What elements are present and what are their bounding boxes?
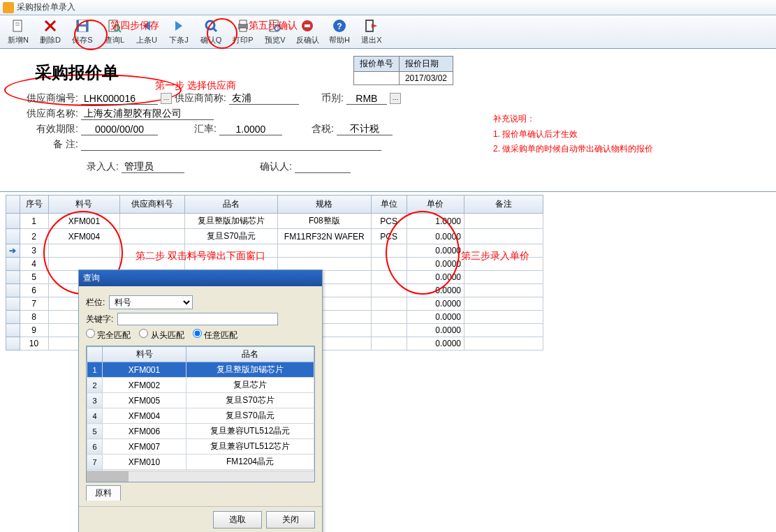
toolbar-help-button[interactable]: ?帮助H	[324, 17, 355, 47]
currency-label: 币别:	[302, 92, 344, 105]
svg-text:?: ?	[337, 22, 342, 31]
popup-field-label: 栏位:	[86, 297, 105, 309]
delete-icon	[43, 18, 58, 34]
rate-label: 汇率:	[161, 123, 217, 135]
table-row[interactable]: ➔30.0000	[6, 244, 543, 258]
form-area: 采购报价单 供应商编号: … 供应商简称: 币别: … 供应商名称: 有效期限:…	[0, 49, 776, 183]
grid-header[interactable]: 备注	[464, 195, 543, 214]
grid-header[interactable]: 单价	[407, 195, 464, 214]
popup-list-header[interactable]: 料号	[103, 347, 186, 362]
supplier-short-input[interactable]	[229, 93, 299, 105]
toolbar: 新增N删除D保存S查询L上条U下条J确认Q打印P预览V反确认?帮助H退出X	[0, 15, 776, 49]
new-icon	[10, 18, 26, 34]
toolbar-preview-button[interactable]: 预览V	[260, 17, 291, 47]
confirm-icon	[203, 18, 219, 34]
popup-match-any[interactable]: 任意匹配	[193, 329, 237, 341]
confirmed-by-input	[295, 161, 351, 173]
grid-header[interactable]: 料号	[48, 195, 120, 214]
window-titlebar: 采购报价单录入	[0, 0, 776, 15]
remark-label: 备 注:	[17, 138, 78, 151]
entered-by-label: 录入人:	[84, 161, 119, 173]
svg-marker-12	[175, 21, 182, 31]
svg-rect-7	[79, 27, 86, 31]
popup-field-select[interactable]: 料号	[109, 295, 193, 309]
supplier-name-label: 供应商名称:	[17, 108, 78, 120]
valid-label: 有效期限:	[17, 123, 78, 135]
popup-result-list[interactable]: 料号品名1XFM001复旦整版加锡芯片2XFM002复旦芯片3XFM005复旦S…	[86, 346, 315, 482]
grid-header[interactable]: 单位	[371, 195, 407, 214]
popup-list-header[interactable]: 品名	[186, 347, 314, 362]
popup-list-row[interactable]: 3XFM005复旦S70芯片	[87, 393, 314, 408]
popup-hscroll[interactable]	[87, 471, 314, 482]
rate-input[interactable]	[219, 124, 282, 135]
toolbar-new-button[interactable]: 新增N	[3, 17, 34, 47]
popup-select-button[interactable]: 选取	[213, 511, 262, 529]
help-icon: ?	[332, 18, 347, 34]
toolbar-confirm-button[interactable]: 确认Q	[196, 17, 226, 47]
grid-header[interactable]: 序号	[20, 195, 48, 214]
table-row[interactable]: 40.0000	[6, 258, 543, 271]
form-title: 采购报价单	[35, 61, 762, 84]
unconfirm-icon	[300, 18, 315, 34]
supplier-name-input[interactable]	[81, 108, 214, 120]
toolbar-print-button[interactable]: 打印P	[228, 17, 258, 47]
popup-list-row[interactable]: 4XFM004复旦S70晶元	[87, 408, 314, 424]
svg-line-10	[119, 30, 121, 32]
preview-icon	[268, 18, 283, 34]
svg-marker-25	[372, 24, 377, 28]
search-icon	[107, 18, 122, 34]
popup-list-row[interactable]: 6XFM007复旦兼容UTL512芯片	[87, 439, 314, 455]
lookup-popup: 查询 栏位: 料号 关键字: 完全匹配 从头匹配 任意匹配 料号品名1XFM00…	[78, 269, 323, 532]
valid-input[interactable]	[81, 124, 158, 135]
table-row[interactable]: 2XFM004复旦S70晶元FM11RF32N WAFERPCS0.0000	[6, 229, 543, 244]
toolbar-search-button[interactable]: 查询L	[99, 17, 130, 47]
popup-list-row[interactable]: 7XFM010FM1204晶元	[87, 455, 314, 470]
tax-label: 含税:	[285, 123, 334, 135]
popup-keyword-label: 关键字:	[86, 313, 113, 325]
supplier-code-input[interactable]	[81, 93, 158, 105]
save-icon	[75, 18, 90, 34]
toolbar-exit-button[interactable]: 退出X	[356, 17, 387, 47]
popup-match-exact[interactable]: 完全匹配	[86, 329, 131, 341]
currency-input[interactable]	[346, 93, 387, 105]
exit-icon	[364, 18, 379, 34]
next-icon	[171, 18, 186, 34]
svg-rect-17	[240, 28, 247, 31]
popup-close-button[interactable]: 关闭	[266, 511, 315, 529]
toolbar-prev-button[interactable]: 上条U	[131, 17, 162, 47]
grid-header[interactable]: 规格	[278, 195, 371, 214]
supplier-code-label: 供应商编号:	[17, 92, 78, 105]
app-icon	[3, 2, 14, 13]
popup-title: 查询	[79, 270, 322, 286]
popup-list-row[interactable]: 1XFM001复旦整版加锡芯片	[87, 362, 314, 378]
grid-header[interactable]: 供应商料号	[120, 195, 184, 214]
grid-header[interactable]: 品名	[184, 195, 277, 214]
confirmed-by-label: 确认人:	[187, 161, 292, 173]
popup-match-head[interactable]: 从头匹配	[139, 329, 184, 341]
toolbar-unconfirm-button[interactable]: 反确认	[292, 17, 323, 47]
print-icon	[235, 18, 251, 34]
popup-keyword-input[interactable]	[117, 313, 278, 325]
supplier-code-lookup[interactable]: …	[161, 93, 172, 104]
svg-rect-6	[79, 20, 86, 24]
supplier-short-label: 供应商简称:	[175, 92, 226, 105]
popup-list-row[interactable]: 5XFM006复旦兼容UTL512晶元	[87, 424, 314, 439]
entered-by-input	[122, 161, 184, 173]
svg-rect-16	[240, 20, 247, 24]
window-title: 采购报价单录入	[17, 1, 75, 13]
toolbar-delete-button[interactable]: 删除D	[35, 17, 66, 47]
svg-rect-0	[13, 20, 22, 31]
popup-tab-raw[interactable]: 原料	[86, 485, 121, 501]
toolbar-next-button[interactable]: 下条J	[163, 17, 194, 47]
currency-lookup[interactable]: …	[390, 93, 401, 104]
tax-input[interactable]	[337, 124, 393, 135]
svg-rect-21	[305, 24, 310, 27]
remark-input[interactable]	[81, 139, 381, 151]
toolbar-save-button[interactable]: 保存S	[67, 17, 98, 47]
svg-line-14	[213, 28, 217, 31]
prev-icon	[139, 18, 154, 34]
popup-list-row[interactable]: 2XFM002复旦芯片	[87, 378, 314, 393]
svg-marker-11	[143, 21, 150, 31]
table-row[interactable]: 1XFM001复旦整版加锡芯片F08整版PCS1.0000	[6, 214, 543, 229]
